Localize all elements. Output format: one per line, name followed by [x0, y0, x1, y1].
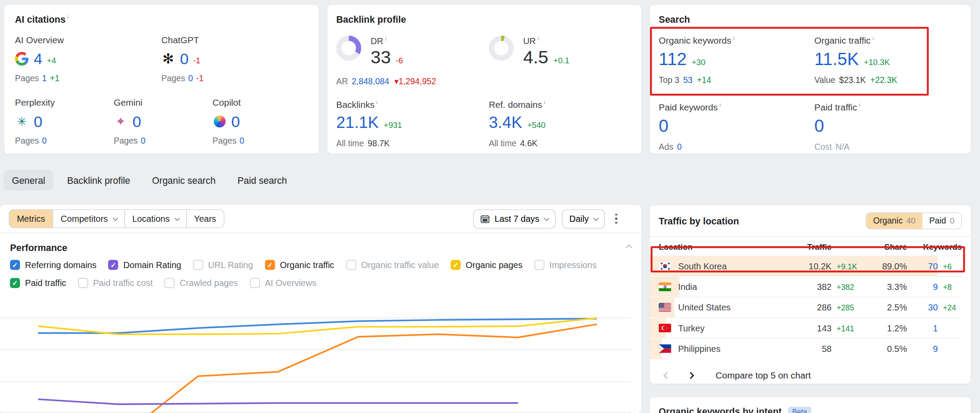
overview-panel: MetricsCompetitorsLocationsYears Last 7 …: [0, 205, 641, 413]
location-row-turkey[interactable]: Turkey143+1411.2%1: [659, 318, 962, 338]
segment-metrics[interactable]: Metrics: [9, 210, 52, 227]
ai-citations-value[interactable]: 0: [34, 112, 42, 131]
ai-source-label: ChatGPT: [161, 35, 286, 45]
info-icon[interactable]: i: [67, 14, 69, 20]
organic-traffic-value[interactable]: 11.5K: [815, 49, 859, 69]
paid-traffic-value[interactable]: 0: [815, 116, 824, 136]
paid-keywords-label: Paid keywordsi: [659, 102, 815, 112]
ref-domains-alltime: All time4.6K: [489, 139, 641, 148]
organic-keywords-value[interactable]: 112: [659, 49, 687, 69]
keywords-value[interactable]: 70: [928, 261, 938, 271]
toggle-paid[interactable]: Paid0: [922, 213, 961, 229]
checkbox-ai-overviews[interactable]: AI Overviews: [250, 278, 316, 288]
toggle-organic[interactable]: Organic40: [866, 213, 922, 229]
ai-pages-line: Pages0: [15, 136, 113, 145]
segment-competitors[interactable]: Competitors: [52, 210, 124, 227]
segment-locations[interactable]: Locations: [124, 210, 186, 227]
organic-keywords-delta: +30: [691, 57, 705, 66]
info-icon[interactable]: i: [859, 102, 860, 108]
ur-delta: +0.1: [554, 55, 570, 65]
chart-line-organic-pages: [38, 318, 597, 334]
location-name: Turkey: [678, 323, 705, 333]
traffic-delta: +141: [836, 324, 854, 333]
checkbox-label: Paid traffic: [25, 278, 66, 288]
next-page-button[interactable]: [682, 367, 698, 383]
traffic-value: 10.2K: [809, 261, 832, 271]
checkbox-icon: [165, 278, 175, 288]
paid-keywords-value[interactable]: 0: [659, 116, 668, 136]
share-value: 89.0%: [882, 261, 907, 271]
ref-domains-delta: +540: [527, 121, 546, 130]
kebab-menu-icon[interactable]: [615, 213, 618, 225]
traffic-delta: +9.1K: [836, 262, 857, 271]
chevron-down-icon: [174, 216, 179, 221]
paid-traffic-label: Paid traffici: [815, 102, 970, 112]
checkbox-paid-traffic-cost[interactable]: Paid traffic cost: [78, 278, 153, 288]
checkbox-label: Domain Rating: [124, 260, 182, 270]
location-name: India: [678, 282, 697, 292]
ai-citation-item: Perplexity✳0Pages0: [15, 97, 113, 145]
checkbox-url-rating[interactable]: URL Rating: [193, 260, 253, 270]
checkbox-organic-traffic[interactable]: Organic traffic: [265, 260, 334, 270]
checkbox-impressions[interactable]: Impressions: [534, 260, 596, 270]
ai-citation-item: ChatGPT✻0-1Pages0-1: [161, 35, 286, 83]
checkbox-organic-traffic-value[interactable]: Organic traffic value: [346, 260, 439, 270]
chevron-down-icon: [544, 216, 549, 221]
keywords-value[interactable]: 30: [928, 303, 938, 313]
checkbox-crawled-pages[interactable]: Crawled pages: [165, 278, 238, 288]
compare-top5-button[interactable]: Compare top 5 on chart: [715, 370, 811, 380]
info-icon[interactable]: i: [873, 35, 874, 41]
ai-citations-value[interactable]: 0: [231, 112, 240, 131]
col-traffic: Traffic: [789, 238, 832, 256]
ai-citations-value[interactable]: 4: [34, 50, 42, 68]
info-icon[interactable]: i: [538, 36, 539, 42]
info-icon[interactable]: i: [385, 36, 386, 42]
checkbox-label: Referring domains: [25, 260, 96, 270]
keywords-value[interactable]: 1: [933, 323, 938, 333]
share-value: 0.5%: [887, 344, 907, 354]
checkbox-label: AI Overviews: [265, 278, 316, 288]
segment-years[interactable]: Years: [186, 210, 224, 227]
backlinks-value[interactable]: 21.1K: [336, 114, 378, 133]
traffic-value: 143: [817, 323, 831, 333]
checkbox-label: Crawled pages: [179, 278, 238, 288]
location-row-philippines[interactable]: Philippines580.5%9: [659, 338, 962, 359]
info-icon[interactable]: i: [719, 102, 721, 108]
section-tabs: GeneralBacklink profileOrganic searchPai…: [4, 170, 301, 190]
tab-organic-search[interactable]: Organic search: [144, 170, 224, 190]
backlinks-alltime: All time98.7K: [336, 139, 488, 148]
ads-line: Ads0: [659, 142, 815, 151]
prev-page-button[interactable]: [659, 367, 675, 383]
checkbox-organic-pages[interactable]: Organic pages: [450, 260, 523, 270]
tab-paid-search[interactable]: Paid search: [229, 170, 295, 190]
ai-citations-value[interactable]: 0: [133, 112, 141, 131]
collapse-chevron-icon[interactable]: [626, 244, 632, 251]
copilot-icon: [213, 114, 226, 128]
ar-value[interactable]: 2,848,084: [352, 77, 389, 86]
keywords-value[interactable]: 9: [933, 344, 938, 354]
tab-general[interactable]: General: [4, 170, 54, 190]
keywords-delta: +6: [943, 262, 952, 271]
date-range-button[interactable]: Last 7 days: [473, 209, 555, 228]
keywords-value[interactable]: 9: [933, 282, 938, 292]
col-share: Share: [863, 238, 907, 256]
ai-pages-line: Pages0: [114, 136, 213, 145]
checkbox-icon: [10, 278, 20, 288]
location-row-india[interactable]: India382+3823.3%9+8: [659, 276, 962, 297]
info-icon[interactable]: i: [376, 99, 378, 105]
ai-citations-value[interactable]: 0: [180, 50, 189, 68]
location-row-south-korea[interactable]: South Korea10.2K+9.1K89.0%70+6: [659, 256, 962, 276]
info-icon[interactable]: i: [544, 99, 545, 105]
checkbox-referring-domains[interactable]: Referring domains: [10, 260, 96, 270]
checkbox-label: URL Rating: [208, 260, 253, 270]
controls-bar: MetricsCompetitorsLocationsYears Last 7 …: [0, 205, 641, 233]
checkbox-paid-traffic[interactable]: Paid traffic: [10, 278, 66, 288]
granularity-button[interactable]: Daily: [562, 209, 605, 228]
ref-domains-value[interactable]: 3.4K: [489, 114, 523, 133]
dr-label: DRi: [371, 36, 403, 46]
backlinks-delta: +931: [384, 121, 402, 130]
info-icon[interactable]: i: [733, 35, 735, 41]
location-row-united-states[interactable]: United States286+2852.5%30+24: [659, 297, 962, 318]
tab-backlink-profile[interactable]: Backlink profile: [59, 170, 138, 190]
checkbox-domain-rating[interactable]: Domain Rating: [108, 260, 181, 270]
